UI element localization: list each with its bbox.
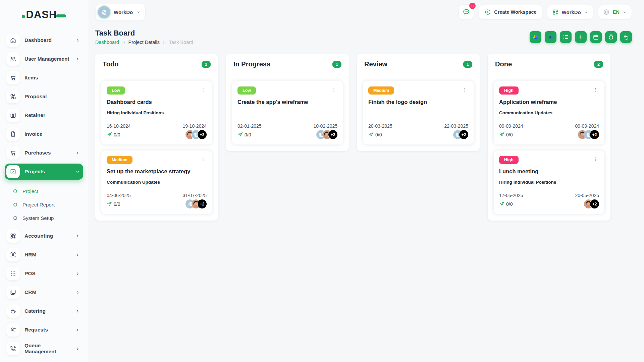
extra-members-badge[interactable]: +2 xyxy=(328,130,337,139)
sidebar-item-invoice[interactable]: Invoice xyxy=(5,126,83,142)
sidebar-subitem-label: Project xyxy=(22,188,38,194)
google-drive-button[interactable] xyxy=(530,31,541,43)
undo-icon xyxy=(623,34,629,40)
send-icon xyxy=(107,201,112,207)
breadcrumb-item[interactable]: Dashboard xyxy=(95,40,119,45)
extra-members-badge[interactable]: +2 xyxy=(459,130,468,139)
list-icon xyxy=(562,34,569,40)
task-card[interactable]: LowDashboard cardsHiring Individual Posi… xyxy=(101,81,212,144)
sidebar-submenu-projects: ProjectProject ReportSystem Setup xyxy=(5,182,83,228)
sidebar-item-queue-management[interactable]: Queue Management xyxy=(5,341,83,357)
card-menu-button[interactable] xyxy=(200,156,207,163)
card-menu-button[interactable] xyxy=(330,86,337,94)
extra-members-badge[interactable]: +2 xyxy=(590,199,599,208)
card-menu-button[interactable] xyxy=(461,86,468,94)
page-title: Task Board xyxy=(95,29,193,38)
milestone-list-button[interactable] xyxy=(560,31,572,43)
board-column-todo: Todo2LowDashboard cardsHiring Individual… xyxy=(95,54,218,221)
back-button[interactable] xyxy=(620,31,632,43)
task-card[interactable]: MediumFinish the logo design20-03-202522… xyxy=(363,81,474,144)
task-progress: 0/0 xyxy=(499,201,513,207)
workspace-avatar xyxy=(98,6,110,18)
card-menu-button[interactable] xyxy=(592,86,599,94)
task-card[interactable]: MediumSet up the marketplace strategyCom… xyxy=(101,150,212,214)
create-workspace-button[interactable]: Create Workspace xyxy=(479,5,542,19)
task-milestone xyxy=(237,110,337,117)
task-title: Create the app's wireframe xyxy=(237,99,337,105)
extra-members-badge[interactable]: +2 xyxy=(198,199,207,208)
task-progress-value: 0/0 xyxy=(506,201,513,207)
sidebar-subitem-project[interactable]: Project xyxy=(13,184,83,198)
workdo-menu-button[interactable]: WorkDo xyxy=(547,5,593,19)
chat-icon xyxy=(462,8,470,16)
sidebar-item-proposal[interactable]: Proposal xyxy=(5,88,83,105)
app-logo[interactable]: DASH xyxy=(0,6,88,23)
sidebar-item-label: Catering xyxy=(24,308,46,314)
sidebar-item-projects[interactable]: Projects xyxy=(5,164,83,180)
sidebar-item-label: Dashboard xyxy=(24,37,52,43)
sidebar-subitem-project-report[interactable]: Project Report xyxy=(13,198,83,211)
sidebar-item-dashboard[interactable]: Dashboard xyxy=(5,32,83,48)
onedrive-button[interactable] xyxy=(545,31,556,43)
tracker-button[interactable] xyxy=(605,31,617,43)
user-plus-icon xyxy=(6,323,20,337)
sidebar-nav: DashboardUser ManagementItemsProposalRet… xyxy=(0,32,88,357)
board-column-in-progress: In Progress1LowCreate the app's wirefram… xyxy=(226,54,349,151)
card-menu-button[interactable] xyxy=(200,86,207,94)
sidebar-item-user-management[interactable]: User Management xyxy=(5,51,83,67)
messages-button[interactable]: 0 xyxy=(459,4,474,20)
task-progress: 0/0 xyxy=(499,132,513,137)
add-task-button[interactable] xyxy=(575,31,587,43)
sidebar-subitem-label: Project Report xyxy=(22,202,55,207)
extra-members-badge[interactable]: +2 xyxy=(198,130,207,139)
task-title: Finish the logo design xyxy=(368,99,468,105)
chevron-right-icon xyxy=(75,290,80,295)
workspace-selector[interactable]: WorkDo xyxy=(95,4,146,21)
task-dates: 02-01-202510-02-2025 xyxy=(237,123,337,129)
task-progress: 0/0 xyxy=(107,132,120,137)
cart-icon xyxy=(6,71,20,84)
kanban-board: Todo2LowDashboard cardsHiring Individual… xyxy=(95,54,632,221)
chevron-right-icon xyxy=(75,151,80,155)
chevron-right-icon xyxy=(75,309,80,313)
card-menu-button[interactable] xyxy=(592,156,599,163)
sidebar-item-label: POS xyxy=(24,270,36,277)
sidebar-subitem-system-setup[interactable]: System Setup xyxy=(13,211,83,225)
column-header: Todo2 xyxy=(95,54,218,75)
sidebar-item-label: HRM xyxy=(24,252,36,258)
sidebar-item-hrm[interactable]: HRM xyxy=(5,247,83,263)
task-title: Dashboard cards xyxy=(107,99,207,105)
chevron-down-icon xyxy=(136,10,141,14)
task-start-date: 09-09-2024 xyxy=(499,123,523,129)
grid-plus-icon xyxy=(552,9,559,15)
breadcrumb-item: Task Board xyxy=(169,40,194,45)
task-card[interactable]: HighLunch meetingHiring Individual Posit… xyxy=(494,150,604,214)
sidebar-item-requests[interactable]: Requests xyxy=(5,322,83,338)
sidebar-item-purchases[interactable]: Purchases xyxy=(5,145,83,161)
chevron-down-icon xyxy=(623,10,627,14)
language-selector[interactable]: EN xyxy=(598,5,632,19)
task-card[interactable]: LowCreate the app's wireframe02-01-20251… xyxy=(232,81,343,144)
send-icon xyxy=(499,201,505,207)
sidebar-item-retainer[interactable]: Retainer xyxy=(5,107,83,123)
task-end-date: 19-10-2024 xyxy=(182,123,207,129)
card-top-row: Medium xyxy=(368,86,468,95)
chevron-right-icon xyxy=(75,328,80,332)
extra-members-badge[interactable]: +2 xyxy=(590,130,599,139)
calendar-button[interactable] xyxy=(590,31,602,43)
chevron-right-icon xyxy=(75,234,80,238)
task-dates: 20-03-202522-03-2025 xyxy=(368,123,468,129)
task-progress-value: 0/0 xyxy=(245,132,251,137)
task-card[interactable]: HighApplication wireframeCommunication U… xyxy=(494,81,604,144)
phone-icon xyxy=(6,342,20,355)
sidebar-item-catering[interactable]: Catering xyxy=(5,303,83,319)
sidebar-item-items[interactable]: Items xyxy=(5,70,83,86)
users-icon xyxy=(6,52,20,66)
sidebar-item-label: Projects xyxy=(24,169,45,175)
sidebar-item-crm[interactable]: CRM xyxy=(5,284,83,300)
card-footer: 0/0+2 xyxy=(237,130,337,139)
sidebar-item-accounting[interactable]: Accounting xyxy=(5,228,83,244)
priority-badge: High xyxy=(499,86,519,95)
priority-badge: Low xyxy=(107,86,125,95)
sidebar-item-pos[interactable]: POS xyxy=(5,265,83,282)
